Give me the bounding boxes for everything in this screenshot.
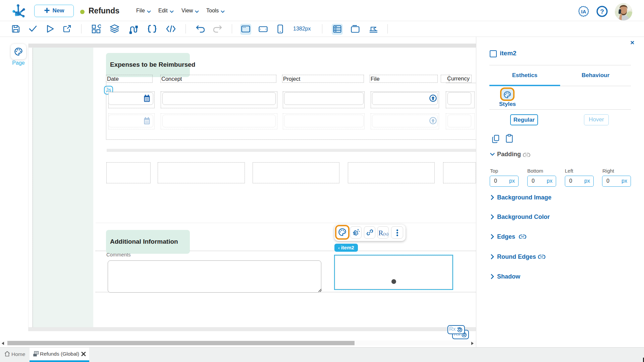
- svg-text:?: ?: [600, 8, 604, 15]
- svg-text:IA: IA: [581, 9, 586, 14]
